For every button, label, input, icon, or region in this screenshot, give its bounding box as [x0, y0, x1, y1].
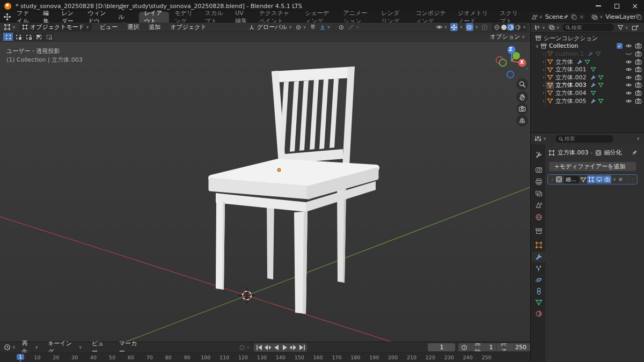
new-collection-button[interactable] [630, 24, 640, 32]
outliner-row-cube-005[interactable]: › 立方体.005 [531, 97, 644, 105]
camera-icon[interactable] [635, 50, 642, 57]
mesh-data-icon[interactable] [598, 98, 604, 104]
modifier-on-cage-toggle[interactable] [579, 175, 587, 183]
eye-closed-icon[interactable] [625, 50, 632, 57]
outliner-search-input[interactable] [570, 24, 608, 31]
prev-keyframe-button[interactable] [264, 344, 272, 351]
tab-physics-properties[interactable] [532, 275, 545, 285]
expand-icon[interactable]: › [540, 98, 547, 104]
outliner-row-scene-collection[interactable]: シーンコレクション [531, 34, 644, 42]
outliner-filter-button[interactable]: ∨ [616, 24, 630, 32]
viewport-3d[interactable]: ユーザー・透視投影 (1) Collection | 立方体.003 Z X ‹ [0, 42, 530, 342]
tab-animation[interactable]: アニメーション [338, 12, 376, 23]
viewport-canvas[interactable] [0, 42, 530, 342]
tab-world-properties[interactable] [532, 212, 545, 223]
pivot-point-button[interactable]: ∨ [294, 23, 308, 31]
drag-handle[interactable]: ⋮⋮ [625, 177, 635, 182]
tab-output-properties[interactable] [532, 176, 545, 187]
pan-hand-button[interactable] [516, 91, 528, 103]
outliner-row-cube-001[interactable]: › 立方体.001 [531, 65, 644, 73]
eye-icon[interactable] [625, 98, 632, 105]
proportional-falloff-button[interactable]: ∨ [346, 23, 361, 31]
use-preview-range-toggle[interactable] [458, 343, 470, 351]
add-modifier-button[interactable]: + モディファイアーを追加 [549, 162, 636, 171]
modifier-delete-button[interactable]: × [618, 176, 623, 183]
select-mode-extend-button[interactable] [13, 33, 23, 41]
pin-icon[interactable] [632, 150, 638, 156]
shading-rendered-button[interactable] [514, 24, 521, 31]
mesh-data-icon[interactable] [595, 51, 601, 57]
xray-toggle[interactable] [480, 23, 489, 31]
mesh-data-icon[interactable] [590, 67, 596, 72]
modifier-extras-dropdown[interactable]: ∨ [613, 177, 616, 182]
breadcrumb-object-name[interactable]: 立方体.003 [558, 149, 589, 157]
modifier-wrench-icon[interactable] [577, 59, 583, 65]
next-keyframe-button[interactable] [289, 344, 297, 351]
modifier-wrench-icon[interactable] [590, 82, 596, 88]
modifier-panel-subdivision[interactable]: › 細... ∨ × ⋮⋮ [547, 174, 638, 184]
outliner-row-cushion[interactable]: › cushion.1 [531, 50, 644, 58]
properties-search-input[interactable] [564, 135, 601, 142]
select-mode-invert-button[interactable] [34, 33, 43, 41]
menu-object[interactable]: オブジェクト [165, 23, 211, 31]
mesh-data-icon[interactable] [584, 59, 590, 65]
tab-scene-properties[interactable] [532, 200, 545, 211]
tab-object-data-properties[interactable] [532, 297, 545, 308]
menu-select[interactable]: 選択 [122, 23, 144, 31]
modifier-name-field[interactable]: 細... [564, 176, 579, 183]
camera-icon[interactable] [635, 74, 642, 81]
menu-view[interactable]: ビュー [95, 23, 123, 31]
tab-render-properties[interactable] [532, 165, 545, 175]
gizmos-dropdown[interactable]: ∨ [449, 23, 464, 31]
minimize-button[interactable] [589, 0, 608, 12]
tab-constraint-properties[interactable] [532, 286, 545, 297]
expand-icon[interactable]: › [549, 177, 555, 182]
mesh-data-icon[interactable] [590, 90, 596, 96]
close-icon[interactable]: × [579, 13, 584, 20]
breadcrumb-modifier-name[interactable]: 細分化 [604, 149, 622, 157]
shading-dropdown[interactable]: ∨ [523, 25, 526, 29]
tab-tool-properties[interactable] [532, 150, 545, 160]
eye-icon[interactable] [625, 74, 632, 81]
current-frame-field[interactable]: 1 [428, 343, 455, 351]
tab-uv-editing[interactable]: UV編集 [230, 12, 253, 23]
select-mode-intersect-button[interactable] [44, 33, 54, 41]
visibility-dropdown[interactable]: ∨ [434, 23, 449, 31]
expand-icon[interactable]: › [540, 90, 547, 95]
properties-options-dropdown[interactable]: ∨ [636, 136, 640, 141]
modifier-render-toggle[interactable] [603, 175, 611, 183]
timeline-ruler[interactable]: 1102030405060708090100110120130140150160… [0, 352, 530, 362]
eye-icon[interactable] [625, 82, 632, 88]
options-dropdown[interactable]: オプション ∨ [490, 33, 525, 41]
mesh-data-icon[interactable] [598, 82, 604, 88]
outliner-row-collection[interactable]: ∨ Collection ✓ [531, 42, 644, 50]
copy-icon[interactable] [571, 14, 577, 20]
eye-icon[interactable] [625, 42, 632, 49]
tab-scripting[interactable]: スクリプト [494, 12, 525, 23]
frame-start-field[interactable]: 開始 1 [470, 343, 496, 351]
select-mode-subtract-button[interactable] [24, 33, 33, 41]
timeline-editor-type-button[interactable]: ∨ [2, 343, 17, 351]
tab-particle-properties[interactable] [532, 263, 545, 274]
eye-icon[interactable] [625, 66, 632, 73]
shading-solid-button[interactable] [500, 24, 507, 31]
jump-to-start-button[interactable] [255, 344, 263, 351]
shading-wireframe-button[interactable] [493, 24, 500, 31]
properties-editor-type-button[interactable]: ∨ [533, 135, 548, 143]
tab-compositing[interactable]: コンポジティング [410, 12, 452, 23]
tab-rendering[interactable]: レンダリング [376, 12, 411, 23]
copy-icon[interactable] [636, 14, 642, 20]
mesh-data-icon[interactable] [598, 75, 604, 80]
menu-add[interactable]: 追加 [144, 23, 165, 31]
zoom-button[interactable] [516, 78, 528, 90]
expand-icon[interactable]: ∨ [534, 43, 540, 49]
modifier-wrench-icon[interactable] [588, 51, 594, 57]
frame-end-field[interactable]: 終了 250 [496, 343, 530, 351]
modifier-realtime-toggle[interactable] [595, 175, 603, 183]
camera-icon[interactable] [635, 58, 642, 65]
outliner-row-cube-002[interactable]: › 立方体.002 [531, 73, 644, 82]
tab-object-properties[interactable] [532, 240, 545, 250]
outliner-row-cube[interactable]: › 立方体 [531, 58, 644, 66]
camera-view-button[interactable] [516, 103, 528, 115]
gizmo-axis-neg-z[interactable] [507, 71, 514, 78]
